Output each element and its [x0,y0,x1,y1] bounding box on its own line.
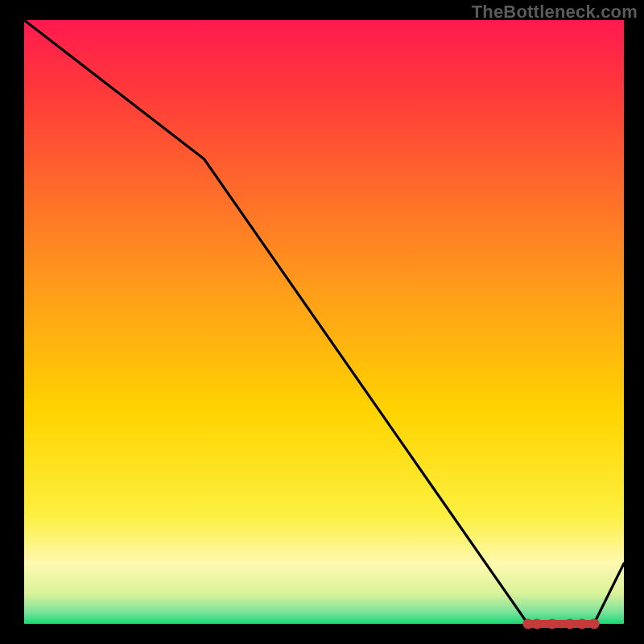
curve-marker [588,619,599,630]
gradient-bg [24,20,624,624]
curve-marker [531,619,542,630]
curve-marker [576,619,587,630]
curve-marker [564,619,575,630]
curve-marker [547,619,557,630]
plot-svg [24,20,624,624]
chart-canvas: TheBottleneck.com [0,0,644,644]
plot-area [24,20,624,624]
